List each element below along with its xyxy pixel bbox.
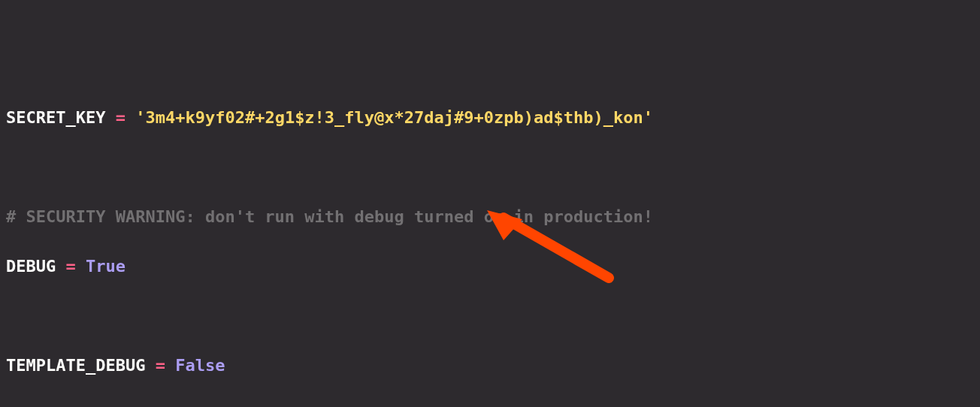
code-line-template-debug[interactable]: TEMPLATE_DEBUG = False: [6, 353, 974, 378]
code-line-blank[interactable]: [6, 155, 974, 179]
variable-template-debug: TEMPLATE_DEBUG: [6, 356, 145, 375]
code-line-debug[interactable]: DEBUG = True: [6, 254, 974, 279]
variable-secret-key: SECRET_KEY: [6, 108, 105, 127]
keyword-true: True: [86, 257, 126, 276]
code-line-secret-key[interactable]: SECRET_KEY = '3m4+k9yf02#+2g1$z!3_fly@x*…: [6, 105, 974, 130]
code-line-blank[interactable]: [6, 303, 974, 328]
string-secret-key: '3m4+k9yf02#+2g1$z!3_fly@x*27daj#9+0zpb)…: [135, 108, 653, 127]
assign-operator: =: [145, 356, 175, 375]
comment-security: # SECURITY WARNING: don't run with debug…: [6, 207, 653, 226]
assign-operator: =: [105, 108, 135, 127]
code-line-comment-security[interactable]: # SECURITY WARNING: don't run with debug…: [6, 204, 974, 229]
code-line-blank[interactable]: [6, 402, 974, 407]
assign-operator: =: [56, 257, 86, 276]
variable-debug: DEBUG: [6, 257, 56, 276]
keyword-false: False: [175, 356, 225, 375]
